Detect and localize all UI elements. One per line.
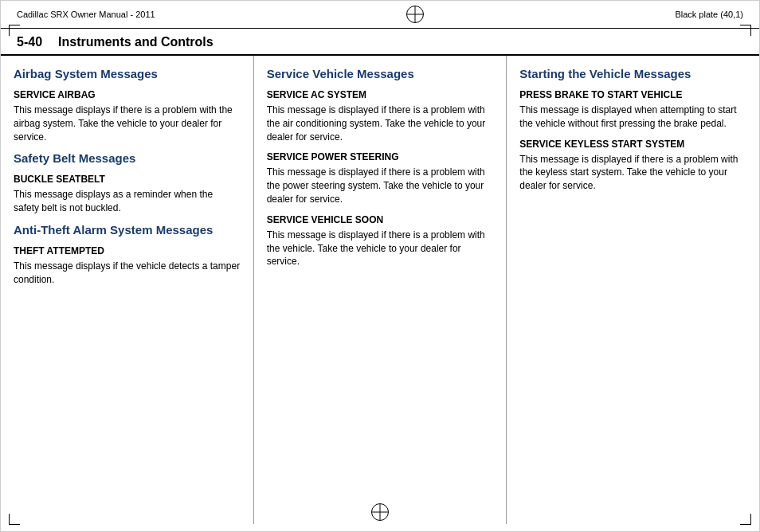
chapter-number: 5-40: [17, 35, 42, 49]
service-ac-heading: SERVICE AC SYSTEM: [267, 89, 494, 100]
press-brake-heading: PRESS BRAKE TO START VEHICLE: [519, 89, 746, 100]
section-safety-belt: Safety Belt Messages BUCKLE SEATBELT Thi…: [14, 151, 241, 215]
header-left-text: Cadillac SRX Owner Manual - 2011: [17, 10, 155, 19]
header-center: [406, 6, 424, 23]
service-power-steering-heading: SERVICE POWER STEERING: [267, 151, 494, 162]
crosshair-icon-bottom: [371, 503, 389, 521]
page-wrapper: Cadillac SRX Owner Manual - 2011 Black p…: [0, 0, 760, 532]
column-3: Starting the Vehicle Messages PRESS BRAK…: [507, 56, 759, 524]
theft-attempted-heading: THEFT ATTEMPTED: [14, 245, 241, 256]
service-vehicle-section-title: Service Vehicle Messages: [267, 67, 494, 81]
header-right-text: Black plate (40,1): [675, 10, 743, 19]
service-vehicle-soon-heading: SERVICE VEHICLE SOON: [267, 214, 494, 225]
section-anti-theft: Anti-Theft Alarm System Messages THEFT A…: [14, 223, 241, 287]
airbag-section-title: Airbag System Messages: [14, 67, 241, 81]
service-vehicle-soon-body: This message is displayed if there is a …: [267, 229, 494, 268]
starting-vehicle-section-title: Starting the Vehicle Messages: [519, 67, 746, 81]
crosshair-icon-top: [406, 6, 424, 23]
chapter-heading: 5-40 Instruments and Controls: [1, 29, 759, 56]
content-area: Airbag System Messages SERVICE AIRBAG Th…: [1, 56, 759, 524]
corner-decoration-bl: [9, 514, 20, 525]
chapter-title: Instruments and Controls: [58, 35, 214, 49]
press-brake-body: This message is displayed when attemptin…: [519, 104, 746, 131]
buckle-seatbelt-heading: BUCKLE SEATBELT: [14, 174, 241, 185]
service-ac-body: This message is displayed if there is a …: [267, 104, 494, 143]
page-header: Cadillac SRX Owner Manual - 2011 Black p…: [1, 1, 759, 29]
service-airbag-body: This message displays if there is a prob…: [14, 104, 241, 143]
theft-attempted-body: This message displays if the vehicle det…: [14, 260, 241, 287]
service-keyless-body: This message is displayed if there is a …: [519, 153, 746, 193]
section-starting-vehicle: Starting the Vehicle Messages PRESS BRAK…: [519, 67, 746, 193]
section-airbag: Airbag System Messages SERVICE AIRBAG Th…: [14, 67, 241, 143]
corner-decoration-br: [740, 514, 751, 525]
anti-theft-section-title: Anti-Theft Alarm System Messages: [14, 223, 241, 237]
column-1: Airbag System Messages SERVICE AIRBAG Th…: [1, 56, 254, 524]
footer-crosshair: [371, 503, 389, 523]
corner-decoration-tl: [9, 25, 20, 36]
buckle-seatbelt-body: This message displays as a reminder when…: [14, 188, 241, 215]
section-service-vehicle: Service Vehicle Messages SERVICE AC SYST…: [267, 67, 494, 268]
service-power-steering-body: This message is displayed if there is a …: [267, 166, 494, 205]
corner-decoration-tr: [740, 25, 751, 36]
column-2: Service Vehicle Messages SERVICE AC SYST…: [254, 56, 507, 524]
service-airbag-heading: SERVICE AIRBAG: [14, 89, 241, 100]
safety-belt-section-title: Safety Belt Messages: [14, 151, 241, 166]
service-keyless-heading: SERVICE KEYLESS START SYSTEM: [519, 139, 746, 150]
